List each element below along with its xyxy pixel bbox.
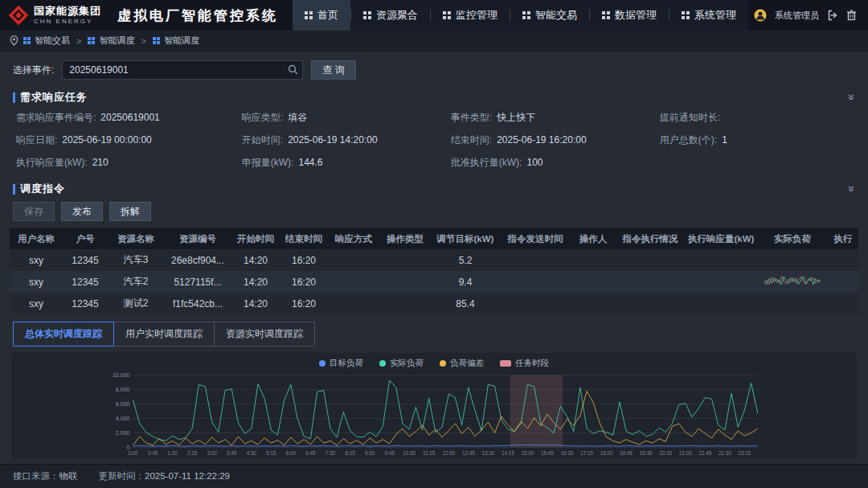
query-button[interactable]: 查 询 bbox=[311, 60, 355, 80]
breadcrumb: 智能交易 > 智能调度 > 智能调度 bbox=[0, 31, 868, 51]
table-cell: f1fc542cb... bbox=[164, 293, 231, 314]
table-cell bbox=[757, 249, 828, 271]
section-header-dispatch: 调度指令 » bbox=[10, 178, 858, 199]
svg-text:1:30: 1:30 bbox=[167, 450, 178, 456]
svg-text:6,000: 6,000 bbox=[116, 401, 130, 408]
event-select-input[interactable] bbox=[62, 60, 303, 80]
table-cell: 9.4 bbox=[431, 271, 500, 293]
table-cell bbox=[500, 249, 571, 271]
collapse-chevron-icon[interactable]: » bbox=[846, 94, 858, 100]
table-row[interactable]: sxy12345汽车25127115f...14:2016:209.4 bbox=[10, 271, 858, 293]
nav-item-home[interactable]: 首页 bbox=[293, 0, 350, 31]
footer-update-time: 更新时间：2025-07-11 12:22:29 bbox=[99, 470, 230, 482]
dispatch-actions: 保存 发布 拆解 bbox=[10, 199, 858, 228]
table-cell bbox=[328, 249, 379, 271]
column-header[interactable]: 资源名称 bbox=[108, 228, 164, 249]
column-header[interactable]: 开始时间 bbox=[231, 228, 280, 249]
grid-icon bbox=[153, 37, 160, 44]
nav-label: 资源聚合 bbox=[376, 8, 418, 23]
trash-icon[interactable] bbox=[846, 10, 857, 21]
nav-item-system-management[interactable]: 系统管理 bbox=[669, 0, 748, 31]
table-cell bbox=[616, 271, 685, 293]
table-row[interactable]: sxy12345测试2f1fc542cb...14:2016:2085.4 bbox=[10, 293, 858, 314]
column-header[interactable]: 执行 bbox=[828, 228, 858, 249]
column-header[interactable]: 执行响应量(kW) bbox=[685, 228, 757, 249]
column-header[interactable]: 指令执行情况 bbox=[616, 228, 685, 249]
table-cell: 汽车3 bbox=[108, 249, 164, 271]
table-cell: sxy bbox=[10, 293, 63, 314]
topbar: 国家能源集团 CHN ENERGY 虚拟电厂智能管控系统 首页 资源聚合 监控管… bbox=[0, 0, 868, 31]
table-cell: 16:20 bbox=[280, 271, 328, 293]
svg-text:6:00: 6:00 bbox=[286, 450, 297, 456]
svg-text:10,000: 10,000 bbox=[113, 372, 130, 379]
legend-item[interactable]: 实际负荷 bbox=[379, 358, 424, 369]
nav-item-monitoring[interactable]: 监控管理 bbox=[431, 0, 510, 31]
publish-button[interactable]: 发布 bbox=[61, 202, 103, 221]
legend-dot-icon bbox=[379, 360, 386, 367]
svg-text:17:15: 17:15 bbox=[580, 450, 593, 456]
tab-user-realtime-tracking[interactable]: 用户实时调度跟踪 bbox=[113, 322, 215, 347]
table-cell bbox=[685, 249, 757, 271]
column-header[interactable]: 资源编号 bbox=[164, 228, 231, 249]
column-header[interactable]: 实际负荷 bbox=[757, 228, 828, 249]
location-pin-icon bbox=[10, 35, 18, 46]
load-tracking-chart: 02,0004,0006,0008,00010,0000:000:451:302… bbox=[16, 371, 852, 457]
brand-name-en: CHN ENERGY bbox=[34, 18, 101, 25]
column-header[interactable]: 操作人 bbox=[571, 228, 616, 249]
user-name[interactable]: 系统管理员 bbox=[775, 10, 819, 22]
nav-item-resource-aggregation[interactable]: 资源聚合 bbox=[351, 0, 430, 31]
svg-text:18:45: 18:45 bbox=[620, 450, 633, 456]
column-header[interactable]: 响应方式 bbox=[328, 228, 379, 249]
grid-icon bbox=[23, 37, 31, 44]
table-cell bbox=[500, 271, 571, 293]
column-header[interactable]: 户号 bbox=[63, 228, 108, 249]
nav-label: 数据管理 bbox=[615, 8, 657, 23]
save-button[interactable]: 保存 bbox=[13, 202, 55, 221]
legend-item[interactable]: 目标负荷 bbox=[319, 358, 363, 369]
nav-item-data-management[interactable]: 数据管理 bbox=[590, 0, 669, 31]
table-cell bbox=[757, 293, 828, 314]
breadcrumb-item-smart-dispatch-current[interactable]: 智能调度 bbox=[153, 35, 199, 47]
resource-icon bbox=[363, 11, 371, 19]
column-header[interactable]: 操作类型 bbox=[379, 228, 431, 249]
table-cell: 测试2 bbox=[108, 293, 164, 314]
column-header[interactable]: 结束时间 bbox=[280, 228, 328, 249]
nav-item-smart-trading[interactable]: 智能交易 bbox=[510, 0, 589, 31]
table-cell: 12345 bbox=[63, 293, 108, 314]
logout-icon[interactable] bbox=[827, 10, 838, 21]
avatar[interactable] bbox=[754, 9, 767, 22]
legend-item[interactable]: 任务时段 bbox=[500, 358, 549, 369]
svg-text:21:00: 21:00 bbox=[679, 450, 692, 456]
breadcrumb-item-smart-trading[interactable]: 智能交易 bbox=[23, 35, 70, 47]
tab-resource-realtime-tracking[interactable]: 资源实时调度跟踪 bbox=[214, 322, 315, 347]
field-end-time: 结束时间:2025-06-19 16:20:00 bbox=[451, 133, 660, 147]
legend-item[interactable]: 负荷偏差 bbox=[440, 358, 484, 369]
collapse-chevron-icon[interactable]: » bbox=[846, 186, 858, 192]
search-icon[interactable] bbox=[288, 64, 298, 77]
footer-update-value: 2025-07-11 12:22:29 bbox=[145, 471, 230, 481]
table-cell bbox=[571, 271, 616, 293]
column-header[interactable]: 调节目标(kW) bbox=[431, 228, 500, 249]
svg-text:8:15: 8:15 bbox=[345, 450, 355, 456]
column-header[interactable]: 指令发送时间 bbox=[500, 228, 571, 249]
svg-text:2,000: 2,000 bbox=[116, 430, 130, 437]
table-row[interactable]: sxy12345汽车326e8cf904...14:2016:205.2 bbox=[10, 249, 858, 271]
field-exec-response: 执行响应量(kW):210 bbox=[16, 156, 242, 170]
tab-overall-realtime-tracking[interactable]: 总体实时调度跟踪 bbox=[13, 322, 114, 347]
disassemble-button[interactable]: 拆解 bbox=[109, 202, 151, 221]
table-cell: 汽车2 bbox=[108, 271, 164, 293]
breadcrumb-item-smart-dispatch[interactable]: 智能调度 bbox=[88, 35, 134, 47]
section-accent-bar bbox=[13, 92, 15, 103]
section-header-demand-response: 需求响应任务 » bbox=[10, 86, 858, 108]
field-response-type: 响应类型:填谷 bbox=[242, 111, 451, 125]
svg-text:23:15: 23:15 bbox=[739, 450, 751, 456]
svg-text:7:30: 7:30 bbox=[326, 450, 336, 456]
svg-text:2:15: 2:15 bbox=[187, 450, 198, 456]
column-header[interactable]: 用户名称 bbox=[10, 228, 63, 249]
nav-label: 系统管理 bbox=[694, 8, 736, 23]
svg-text:8,000: 8,000 bbox=[116, 387, 130, 393]
breadcrumb-label: 智能调度 bbox=[164, 35, 199, 47]
table-cell bbox=[616, 293, 685, 314]
system-icon bbox=[682, 11, 690, 19]
table-cell: sxy bbox=[10, 249, 63, 271]
